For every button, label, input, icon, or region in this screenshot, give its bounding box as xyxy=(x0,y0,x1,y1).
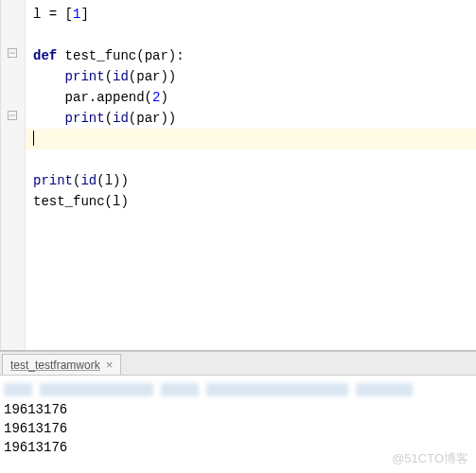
console-tab-bar: test_testframwork × xyxy=(0,351,476,376)
text-cursor xyxy=(33,131,34,146)
output-line: 19613176 xyxy=(2,438,476,457)
code-line[interactable]: print(id(l)) xyxy=(33,170,468,191)
code-content[interactable]: l = [1] def test_func(par): print(id(par… xyxy=(26,0,476,216)
console-tab[interactable]: test_testframwork × xyxy=(2,354,121,375)
code-line[interactable]: print(id(par)) xyxy=(33,108,468,129)
code-line[interactable] xyxy=(33,149,468,170)
editor-gutter xyxy=(1,0,26,350)
output-line: 19613176 xyxy=(2,400,476,419)
code-line[interactable] xyxy=(33,25,468,45)
code-line[interactable]: l = [1] xyxy=(33,4,468,25)
code-line[interactable]: test_func(l) xyxy=(33,191,468,212)
fold-end-icon[interactable] xyxy=(5,108,20,123)
code-line[interactable]: print(id(par)) xyxy=(33,66,468,87)
output-line: 19613176 xyxy=(2,419,476,438)
close-icon[interactable]: × xyxy=(106,359,114,371)
code-line[interactable]: par.append(2) xyxy=(33,87,468,108)
tab-label: test_testframwork xyxy=(10,359,100,372)
blurred-header-row xyxy=(2,379,476,400)
code-line[interactable]: def test_func(par): xyxy=(33,45,468,66)
fold-icon[interactable] xyxy=(5,45,20,61)
code-line-current[interactable] xyxy=(26,129,476,149)
code-editor[interactable]: l = [1] def test_func(par): print(id(par… xyxy=(0,0,476,350)
console-output[interactable]: 19613176 19613176 19613176 xyxy=(0,376,476,461)
